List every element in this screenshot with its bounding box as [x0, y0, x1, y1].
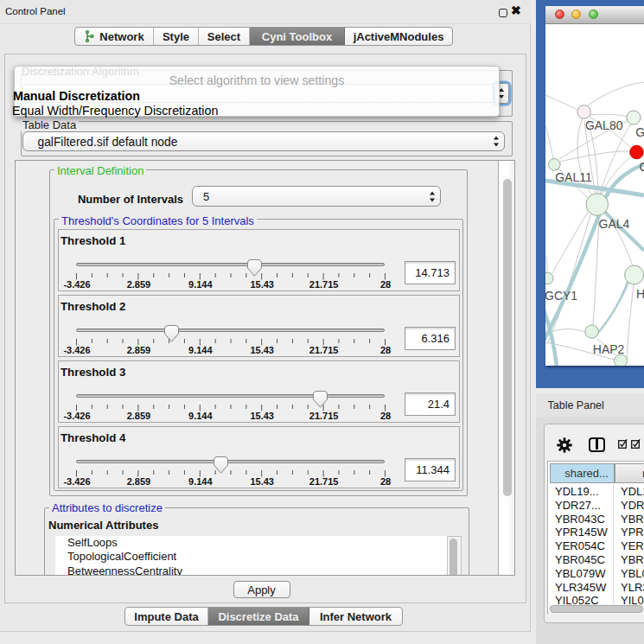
- svg-text:GAL80: GAL80: [585, 118, 623, 132]
- svg-text:G: G: [635, 125, 644, 139]
- svg-text:H: H: [636, 287, 644, 301]
- svg-text:HAP2: HAP2: [593, 342, 625, 356]
- svg-text:GAL4: GAL4: [599, 217, 630, 231]
- svg-text:C: C: [640, 160, 644, 174]
- svg-text:GAL11: GAL11: [555, 170, 592, 184]
- svg-text:GCY1: GCY1: [545, 289, 577, 303]
